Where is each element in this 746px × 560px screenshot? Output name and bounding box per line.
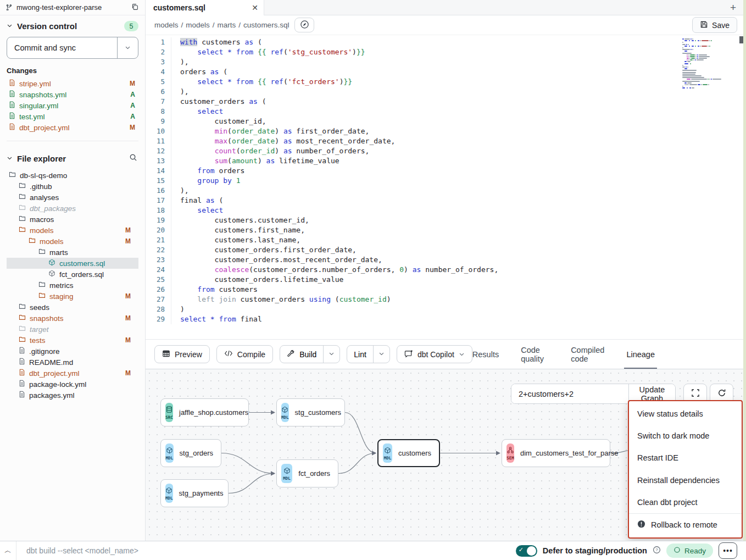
code-line-3[interactable]: 3), [146,57,675,67]
tab-lineage[interactable]: Lineage [626,340,655,369]
open-in-explorer-button[interactable] [294,18,314,32]
tree-item-.gitignore[interactable]: .gitignore [7,346,138,357]
tree-item-snapshots[interactable]: snapshotsM [7,313,138,324]
lineage-node-stg_customers[interactable]: MDL stg_customers [276,398,345,426]
code-line-6[interactable]: 6), [146,87,675,97]
code-line-10[interactable]: 10 min(order_date) as first_order_date, [146,126,675,136]
menu-item-rollback-to-remote[interactable]: Rollback to remote [629,514,742,536]
change-item-stripe.yml[interactable]: stripe.yml M [7,78,138,89]
lineage-node-stg_payments[interactable]: MDL stg_payments [160,479,229,507]
lineage-node-fct_orders[interactable]: MDL fct_orders [276,459,338,487]
chevron-down-icon[interactable] [7,154,13,163]
tree-item-models[interactable]: modelsM [7,236,138,247]
breadcrumb-segment[interactable]: models [154,21,179,29]
chevron-down-icon[interactable] [7,22,13,30]
new-tab-button[interactable]: + [730,2,736,13]
lineage-node-customers[interactable]: MDL customers [377,439,440,467]
lineage-node-dim_customers_test_for_parse[interactable]: SEM dim_customers_test_for_parse [502,439,610,467]
defer-toggle[interactable]: ✓ [516,545,537,557]
code-editor[interactable]: 1with customers as (2 select * from {{ r… [146,35,746,339]
copy-branch-button[interactable] [130,2,140,13]
tree-item-models[interactable]: modelsM [7,225,138,236]
lineage-selector-input[interactable] [511,384,628,403]
editor-minimap[interactable] [682,38,737,89]
tree-item-packages.yml[interactable]: packages.yml [7,390,138,401]
code-line-7[interactable]: 7customer_orders as ( [146,97,675,107]
code-line-2[interactable]: 2 select * from {{ ref('stg_customers')}… [146,47,675,57]
menu-item-reinstall-dependencies[interactable]: Reinstall dependencies [629,469,742,491]
code-line-13[interactable]: 13 sum(amount) as lifetime_value [146,156,675,166]
tab-code-quality[interactable]: Code quality [521,340,549,369]
collapse-command-bar-button[interactable]: ︿ [0,541,16,560]
tree-item-fct_orders.sql[interactable]: fct_orders.sql [7,269,138,280]
lineage-panel[interactable]: SRC jaffle_shop.customers MDL stg_custom… [146,369,746,541]
menu-item-clean-dbt-project[interactable]: Clean dbt project [629,491,742,513]
code-line-4[interactable]: 4orders as ( [146,67,675,77]
code-line-12[interactable]: 12 count(order_id) as number_of_orders, [146,146,675,156]
preview-button[interactable]: Preview [154,345,210,363]
code-line-9[interactable]: 9 customer_id, [146,117,675,126]
commit-options-caret[interactable] [117,37,138,58]
tree-item-.github[interactable]: .github [7,181,138,192]
ide-status-badge[interactable]: Ready [666,544,713,558]
code-line-22[interactable]: 22 customer_orders.first_order_date, [146,245,675,255]
tree-item-staging[interactable]: stagingM [7,291,138,302]
lineage-node-stg_orders[interactable]: MDL stg_orders [160,439,221,467]
breadcrumb-segment[interactable]: customers.sql [243,21,289,29]
code-line-18[interactable]: 18 select [146,206,675,215]
tree-item-tests[interactable]: testsM [7,335,138,346]
build-options-caret[interactable] [323,346,339,363]
code-line-27[interactable]: 27 left join customer_orders using (cust… [146,295,675,304]
code-line-14[interactable]: 14 from orders [146,166,675,176]
tree-item-metrics[interactable]: metrics [7,280,138,291]
code-line-15[interactable]: 15 group by 1 [146,176,675,186]
lineage-node-jaffle_shop.customers[interactable]: SRC jaffle_shop.customers [160,398,249,426]
change-item-test.yml[interactable]: test.yml A [7,111,138,122]
change-item-dbt_project.yml[interactable]: dbt_project.yml M [7,122,138,133]
build-button[interactable]: Build [280,346,323,363]
tree-item-macros[interactable]: macros [7,214,138,225]
menu-item-view-status-details[interactable]: View status details [629,403,742,425]
tree-item-db-sl-qs-demo[interactable]: db-sl-qs-demo [7,170,138,181]
code-line-23[interactable]: 23 customer_orders.most_recent_order_dat… [146,255,675,265]
tree-item-package-lock.yml[interactable]: package-lock.yml [7,379,138,390]
tree-item-README.md[interactable]: README.md [7,357,138,368]
code-line-21[interactable]: 21 customers.last_name, [146,235,675,245]
code-line-16[interactable]: 16), [146,186,675,196]
close-tab-button[interactable]: ✕ [252,3,258,12]
menu-item-switch-to-dark-mode[interactable]: Switch to dark mode [629,425,742,447]
lint-options-caret[interactable] [373,346,389,363]
tree-item-seeds[interactable]: seeds [7,302,138,313]
breadcrumb-segment[interactable]: marts [218,21,236,29]
dbt-copilot-button[interactable]: dbt Copilot [397,345,472,363]
code-line-17[interactable]: 17final as ( [146,196,675,206]
code-line-28[interactable]: 28) [146,304,675,314]
code-line-5[interactable]: 5 select * from {{ ref('fct_orders')}} [146,77,675,87]
more-options-button[interactable]: ••• [719,542,737,559]
tab-compiled-code[interactable]: Compiled code [571,340,604,369]
tab-customers-sql[interactable]: customers.sql ✕ [146,0,264,15]
tab-results[interactable]: Results [472,340,499,369]
breadcrumb-segment[interactable]: models [186,21,210,29]
tree-item-analyses[interactable]: analyses [7,192,138,203]
help-icon[interactable]: ? [653,546,661,556]
tree-item-dbt_project.yml[interactable]: dbt_project.ymlM [7,368,138,379]
change-item-snapshots.yml[interactable]: snapshots.yml A [7,89,138,100]
code-line-20[interactable]: 20 customers.first_name, [146,225,675,235]
tree-item-customers.sql[interactable]: customers.sql [7,258,138,269]
code-line-29[interactable]: 29select * from final [146,314,675,324]
code-line-26[interactable]: 26 from customers [146,285,675,295]
save-button[interactable]: Save [692,17,737,33]
tree-item-target[interactable]: target [7,324,138,335]
tree-item-marts[interactable]: marts [7,247,138,258]
code-line-1[interactable]: 1with customers as ( [146,37,675,47]
file-search-button[interactable] [128,152,138,164]
code-line-24[interactable]: 24 coalesce(customer_orders.number_of_or… [146,265,675,275]
lint-button[interactable]: Lint [347,346,373,363]
menu-item-restart-ide[interactable]: Restart IDE [629,447,742,469]
commit-and-sync-button[interactable]: Commit and sync [7,37,117,58]
code-area[interactable]: 1with customers as (2 select * from {{ r… [146,37,675,324]
command-input[interactable]: dbt build --select <model_name> [26,546,516,555]
compile-button[interactable]: Compile [216,345,273,363]
code-line-8[interactable]: 8 select [146,107,675,117]
